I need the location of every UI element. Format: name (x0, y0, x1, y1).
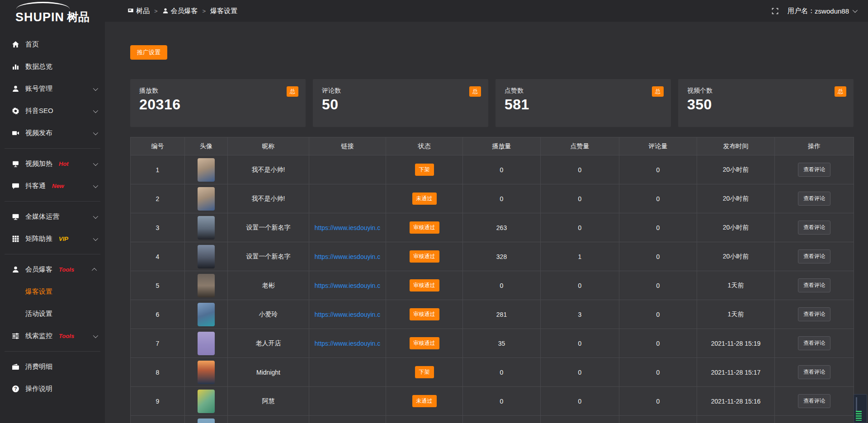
sidebar-item-label: 视频加热 (25, 160, 52, 168)
status-badge: 审核通过 (410, 279, 439, 291)
cell-comments: 0 (619, 329, 697, 358)
cell-time: 2021-11-28 15:16 (697, 387, 775, 416)
cell-status: 审核通过 (386, 329, 463, 358)
avatar (198, 361, 215, 384)
sidebar-item-video-publish[interactable]: 视频发布 (0, 122, 105, 144)
cell-link: https://www.iesdouyin.c (309, 242, 386, 271)
video-link[interactable]: https://www.iesdouyin.c (315, 282, 381, 289)
view-comments-button[interactable]: 查看评论 (798, 249, 830, 263)
cell-nickname: 我不是小帅! (228, 155, 309, 184)
cell-action: 查看评论 (775, 271, 854, 300)
sidebar-item-label: 首页 (25, 40, 39, 49)
sidebar-item-label: 消费明细 (25, 362, 52, 371)
stats-row: 播放数20316总评论数50总点赞数581总视频个数350总 (130, 79, 854, 127)
cell-link: https://www.iesdouyin.c (309, 329, 386, 358)
sidebar-item-douyin-seo[interactable]: 抖音SEO (0, 100, 105, 122)
sidebar-item-member-baoke[interactable]: 会员爆客Tools (0, 258, 105, 281)
sidebar-item-label: 活动设置 (25, 310, 52, 318)
cell-likes: 1 (541, 242, 619, 271)
table-row: 4设置一个新名字https://www.iesdouyin.c审核通过32810… (131, 242, 854, 271)
sidebar-item-label: 爆客设置 (25, 287, 52, 296)
sidebar-item-baoke-settings[interactable]: 爆客设置 (0, 281, 105, 303)
cell-link (309, 155, 386, 184)
cell-likes: 0 (541, 213, 619, 242)
view-comments-button[interactable]: 查看评论 (798, 221, 830, 235)
cell-comments: 0 (619, 184, 697, 213)
cell-link: https://www.iesdouyin.c (309, 300, 386, 329)
video-link[interactable]: https://www.iesdouyin.c (315, 224, 381, 231)
breadcrumb-item[interactable]: 会员爆客 (162, 7, 198, 15)
view-comments-button[interactable]: 查看评论 (798, 336, 830, 350)
floating-widget[interactable] (854, 394, 867, 423)
column-header: 发布时间 (697, 137, 775, 155)
breadcrumb-item: 爆客设置 (210, 7, 237, 15)
sidebar-item-operation-guide[interactable]: ?操作说明 (0, 378, 105, 400)
chevron-down-icon (93, 183, 98, 188)
sidebar-item-activity-settings[interactable]: 活动设置 (0, 303, 105, 325)
sidebar-item-douketong[interactable]: 抖客通New (0, 175, 105, 197)
breadcrumb-item[interactable]: 树品 (127, 7, 150, 15)
cell-comments: 0 (619, 242, 697, 271)
view-comments-button[interactable]: 查看评论 (798, 394, 830, 408)
sidebar-divider (5, 254, 100, 254)
sidebar-item-matrix-boost[interactable]: 矩阵助推VIP (0, 228, 105, 250)
table-row: 3设置一个新名字https://www.iesdouyin.c审核通过26300… (131, 213, 854, 242)
cell-plays: 0 (463, 271, 541, 300)
sidebar-item-data-overview[interactable]: 数据总览 (0, 56, 105, 78)
view-comments-button[interactable]: 查看评论 (798, 163, 830, 177)
user-icon (12, 266, 20, 274)
cell-plays: 0 (463, 358, 541, 387)
video-link[interactable]: https://www.iesdouyin.c (315, 340, 381, 347)
username-label: 用户名： (788, 7, 815, 15)
stat-label: 评论数 (322, 87, 479, 95)
floating-widget-stripes (856, 411, 862, 421)
sidebar-item-video-heating[interactable]: 视频加热Hot (0, 153, 105, 175)
view-comments-button[interactable]: 查看评论 (798, 192, 830, 206)
sidebar-item-clue-monitor[interactable]: 线索监控Tools (0, 325, 105, 347)
table-row: 9阿慧未通过0002021-11-28 15:16查看评论 (131, 387, 854, 416)
cell-comments: 0 (619, 387, 697, 416)
cell-likes: 0 (541, 329, 619, 358)
sidebar-divider (5, 201, 100, 202)
video-link[interactable]: https://www.iesdouyin.c (315, 311, 381, 318)
cell-status: 审核通过 (386, 242, 463, 271)
cell-status (386, 416, 463, 423)
cell-time: 1天前 (697, 300, 775, 329)
cell-status: 未通过 (386, 184, 463, 213)
sidebar-item-badge: Tools (59, 266, 74, 273)
sidebar-item-all-media-operation[interactable]: 全媒体运营 (0, 206, 105, 228)
promote-settings-button[interactable]: 推广设置 (130, 45, 167, 60)
chevron-down-icon (93, 130, 98, 135)
cell-nickname: 阿慧 (228, 387, 309, 416)
view-comments-button[interactable]: 查看评论 (798, 278, 830, 292)
avatar (198, 216, 215, 240)
table-row: 7老人开店https://www.iesdouyin.c审核通过35002021… (131, 329, 854, 358)
view-comments-button[interactable]: 查看评论 (798, 365, 830, 379)
cell-plays: 328 (463, 242, 541, 271)
total-badge: 总 (835, 86, 846, 97)
table-row: 6小爱玲https://www.iesdouyin.c审核通过281301天前查… (131, 300, 854, 329)
sidebar-item-home[interactable]: 首页 (0, 33, 105, 56)
cell-comments: 0 (619, 300, 697, 329)
question-icon: ? (12, 385, 20, 393)
cell-likes: 0 (541, 358, 619, 387)
column-header: 昵称 (228, 137, 309, 155)
cell-plays: 0 (463, 387, 541, 416)
wallet-icon (12, 363, 20, 371)
cell-avatar (185, 358, 228, 387)
sidebar-item-account-management[interactable]: 账号管理 (0, 78, 105, 100)
fullscreen-icon[interactable] (772, 8, 778, 14)
sidebar-item-label: 抖音SEO (25, 107, 53, 115)
chevron-down-icon (93, 108, 98, 113)
logo-text-zh: 树品 (67, 9, 90, 24)
breadcrumb-label: 会员爆客 (171, 7, 198, 15)
avatar (198, 303, 215, 326)
username-menu[interactable]: 用户名： zswodun88 (788, 7, 856, 15)
column-header: 链接 (309, 137, 386, 155)
video-link[interactable]: https://www.iesdouyin.c (315, 253, 381, 260)
stat-card: 点赞数581总 (495, 79, 671, 127)
cell-avatar (185, 300, 228, 329)
topbar: 树品>会员爆客>爆客设置 用户名： zswodun88 (105, 0, 868, 22)
sidebar-item-consumption-detail[interactable]: 消费明细 (0, 356, 105, 378)
view-comments-button[interactable]: 查看评论 (798, 307, 830, 321)
